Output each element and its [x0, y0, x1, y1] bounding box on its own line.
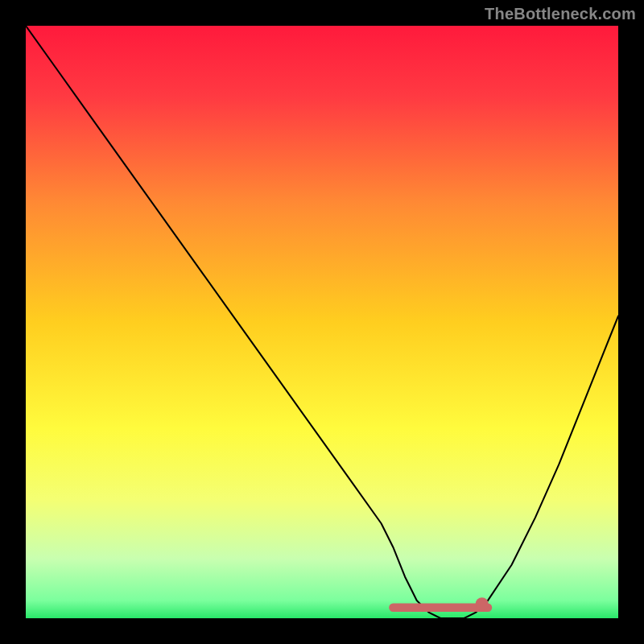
bottleneck-curve — [26, 26, 618, 618]
flat-zone-dot — [476, 597, 489, 610]
chart-frame: TheBottleneck.com — [0, 0, 644, 644]
curve-layer — [26, 26, 618, 618]
watermark-text: TheBottleneck.com — [485, 5, 636, 23]
plot-area — [26, 26, 618, 618]
